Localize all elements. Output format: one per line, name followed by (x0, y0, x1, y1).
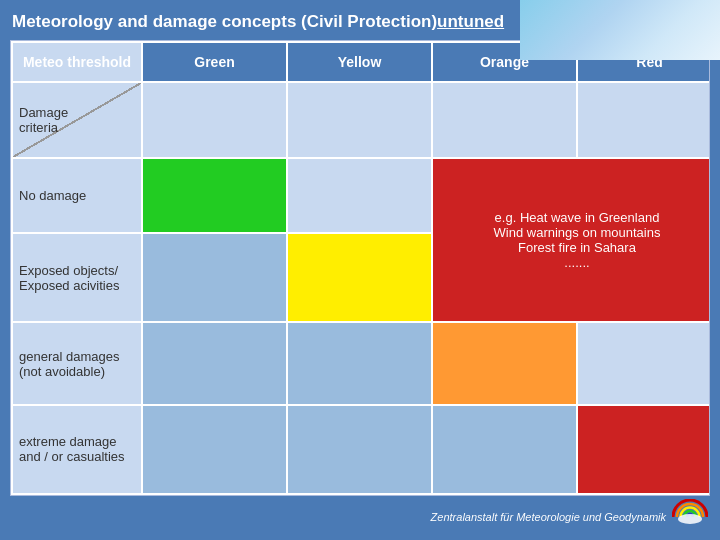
info-cell: e.g. Heat wave in Greenland Wind warning… (432, 158, 710, 323)
no-damage-label: No damage (12, 158, 142, 234)
col-header-meteo: Meteo threshold (12, 42, 142, 82)
exposed-green (142, 233, 287, 322)
table-row: Damagecriteria (12, 82, 710, 158)
extreme-green (142, 405, 287, 494)
damage-criteria-green (142, 82, 287, 158)
table-row: extreme damageand / or casualties (12, 405, 710, 494)
extreme-orange (432, 405, 577, 494)
exposed-yellow (287, 233, 432, 322)
general-green (142, 322, 287, 404)
damage-criteria-yellow (287, 82, 432, 158)
damage-criteria-orange (432, 82, 577, 158)
table-row: general damages(not avoidable) (12, 322, 710, 404)
zamg-logo-icon (672, 499, 708, 535)
header-text-normal: Meteorology and damage concepts (Civil P… (12, 12, 437, 32)
page-footer: Zentralanstalt für Meteorologie und Geod… (10, 496, 710, 535)
table-row: No damage e.g. Heat wave in Greenland Wi… (12, 158, 710, 234)
damage-criteria-label: Damagecriteria (12, 82, 142, 158)
general-red (577, 322, 710, 404)
damage-table: Meteo threshold Green Yellow Orange Red … (11, 41, 710, 495)
svg-point-7 (678, 514, 702, 524)
no-damage-yellow (287, 158, 432, 234)
no-damage-green (142, 158, 287, 234)
exposed-label: Exposed objects/Exposed acivities (12, 233, 142, 322)
sky-background (520, 0, 720, 60)
extreme-label: extreme damageand / or casualties (12, 405, 142, 494)
damage-criteria-red (577, 82, 710, 158)
extreme-red (577, 405, 710, 494)
header-text-underline: untuned (437, 12, 504, 32)
main-table-container: Meteo threshold Green Yellow Orange Red … (10, 40, 710, 496)
footer-text: Zentralanstalt für Meteorologie und Geod… (431, 511, 666, 523)
general-yellow (287, 322, 432, 404)
extreme-yellow (287, 405, 432, 494)
col-header-green: Green (142, 42, 287, 82)
col-header-yellow: Yellow (287, 42, 432, 82)
general-label: general damages(not avoidable) (12, 322, 142, 404)
general-orange (432, 322, 577, 404)
